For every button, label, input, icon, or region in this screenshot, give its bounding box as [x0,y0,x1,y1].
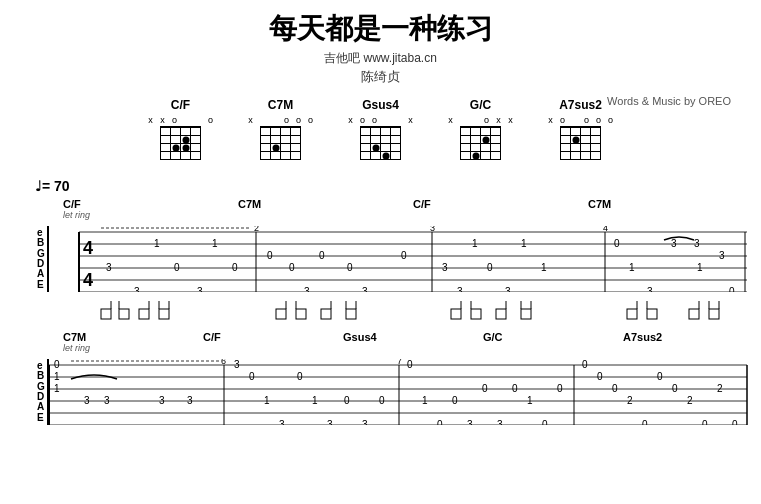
string-label-E: E [37,280,45,290]
svg-text:1: 1 [422,395,428,406]
svg-text:3: 3 [84,395,90,406]
svg-text:2: 2 [254,226,259,233]
svg-rect-68 [496,309,506,319]
svg-text:0: 0 [582,359,588,370]
chord-cell [381,152,391,160]
chord-cell [361,136,371,144]
chord-grid [460,126,501,160]
chord-marker: o [358,115,368,125]
svg-text:0: 0 [232,262,238,273]
svg-text:2: 2 [687,395,693,406]
chord-cell [391,136,401,144]
chord-label-name: C/F [203,331,221,343]
chord-label-cf: C/F [413,198,431,210]
chord-cell [271,136,281,144]
chord-cell [281,128,291,136]
svg-text:0: 0 [512,383,518,394]
chord-cell [561,128,571,136]
svg-text:0: 0 [487,262,493,273]
chord-name: G/C [470,98,491,112]
svg-text:0: 0 [732,419,738,425]
svg-text:7: 7 [397,359,402,366]
chord-marker: x [146,115,156,125]
svg-text:3: 3 [197,286,203,292]
svg-rect-77 [689,309,699,319]
svg-rect-70 [521,309,531,319]
svg-rect-52 [159,309,169,319]
svg-text:0: 0 [557,383,563,394]
svg-text:1: 1 [521,238,527,249]
chord-marker: x [494,115,504,125]
chord-cell [161,128,171,136]
svg-text:1: 1 [312,395,318,406]
svg-text:1: 1 [697,262,703,273]
tab-svg-area-2: 6 7 5 0 1 1 3 3 3 3 [49,359,749,429]
chord-cell [581,136,591,144]
svg-rect-66 [471,309,481,319]
chord-label-name: C7M [238,198,261,210]
chord-label-name: A7sus2 [623,331,662,343]
chord-marker: x [406,115,416,125]
chord-cell [391,128,401,136]
chord-label-2-c7m: C7Mlet ring [63,331,90,353]
svg-text:3: 3 [279,419,285,425]
chord-markers-row: xoox [346,115,416,125]
artist: 陈绮贞 [30,68,731,86]
svg-rect-55 [276,309,286,319]
chord-label-name: G/C [483,331,503,343]
svg-text:0: 0 [597,371,603,382]
tab-svg-2: 6 7 5 0 1 1 3 3 3 3 [49,359,749,425]
chord-cell [471,136,481,144]
string-label-a: A [37,269,45,279]
svg-rect-50 [139,309,149,319]
chord-cell [291,152,301,160]
tempo-section: ♩= 70 [35,178,726,194]
chord-cell [261,136,271,144]
chord-cell [491,128,501,136]
chord-cell [371,128,381,136]
svg-text:0: 0 [482,383,488,394]
svg-text:3: 3 [134,286,140,292]
chord-grid [160,126,201,160]
svg-text:0: 0 [612,383,618,394]
svg-text:0: 0 [249,371,255,382]
svg-text:1: 1 [629,262,635,273]
chord-cell [191,128,201,136]
string-label-b: B [37,238,45,248]
chord-label-2-gsus4: Gsus4 [343,331,377,343]
svg-rect-75 [647,309,657,319]
chord-diagram-a7sus2: A7sus2xoooo [546,98,616,160]
tempo-value: ♩= 70 [35,178,70,194]
tab-svg-area-1: 4 4 2 3 4 3 3 [49,226,749,296]
chord-cell [261,128,271,136]
chord-cell [471,144,481,152]
chord-label-name: C/F [63,198,90,210]
chord-cell [481,152,491,160]
svg-text:0: 0 [289,262,295,273]
rhythm-row-1 [91,299,726,321]
chord-label-sub: let ring [63,210,90,220]
svg-text:0: 0 [542,419,548,425]
chord-cell [481,128,491,136]
chord-labels-row-2: C7Mlet ringC/FGsus4G/CA7sus2 [63,331,726,359]
chord-cell [581,152,591,160]
chord-diagram-gsus4: Gsus4xoox [346,98,416,160]
svg-text:0: 0 [657,371,663,382]
svg-text:1: 1 [54,371,60,382]
chord-marker: o [294,115,304,125]
chord-cell [461,144,471,152]
chord-cell [381,136,391,144]
chord-marker: o [558,115,568,125]
svg-text:3: 3 [442,262,448,273]
chord-cell [561,136,571,144]
chord-cell [361,144,371,152]
chord-label-2-a7sus2: A7sus2 [623,331,662,343]
tab-section-1: ♩= 70 C/Flet ringC7MC/FC7M e B G D A E [30,178,731,321]
svg-text:3: 3 [467,419,473,425]
svg-text:0: 0 [54,359,60,370]
chord-cell [371,144,381,152]
svg-text:4: 4 [83,270,93,290]
chord-cell [171,144,181,152]
chord-cell [191,144,201,152]
svg-text:3: 3 [719,250,725,261]
